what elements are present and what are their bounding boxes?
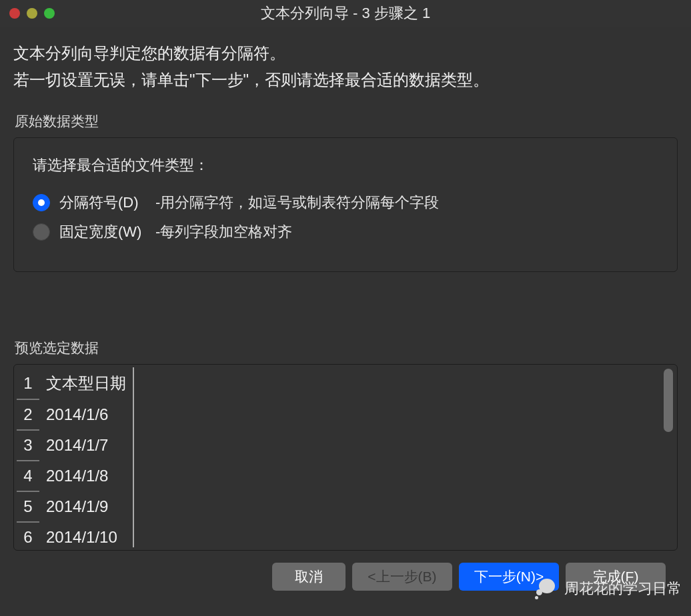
window-controls [9,8,55,19]
preview-table-wrap: 1 文本型日期 2 2014/1/6 3 2014/1/7 4 2014/1/8 [17,367,662,547]
zoom-window-button[interactable] [44,8,55,19]
radio-delimited[interactable] [33,194,50,211]
preview-table: 1 文本型日期 2 2014/1/6 3 2014/1/7 4 2014/1/8 [17,367,134,547]
preview-label: 预览选定数据 [13,339,678,357]
intro-line-2: 若一切设置无误，请单击"下一步"，否则请选择最合适的数据类型。 [13,67,678,93]
row-number: 5 [17,491,39,522]
back-button: <上一步(B) [352,563,452,591]
window-title: 文本分列向导 - 3 步骤之 1 [0,3,691,23]
close-window-button[interactable] [9,8,20,19]
row-number: 1 [17,367,39,399]
intro-line-1: 文本分列向导判定您的数据有分隔符。 [13,40,678,67]
cell-value: 2014/1/6 [39,399,133,430]
row-number: 6 [17,522,39,547]
cell-value: 文本型日期 [39,367,133,399]
radio-delimited-desc: -用分隔字符，如逗号或制表符分隔每个字段 [155,193,439,213]
intro-text: 文本分列向导判定您的数据有分隔符。 若一切设置无误，请单击"下一步"，否则请选择… [13,40,678,93]
wizard-content: 文本分列向导判定您的数据有分隔符。 若一切设置无误，请单击"下一步"，否则请选择… [0,27,691,591]
cell-value: 2014/1/10 [39,522,133,547]
scroll-thumb[interactable] [664,369,673,432]
radio-fixed-width-desc: -每列字段加空格对齐 [155,222,292,242]
cell-value: 2014/1/9 [39,491,133,522]
radio-delimited-label: 分隔符号(D) [59,193,146,213]
cell-value: 2014/1/7 [39,430,133,461]
next-button[interactable]: 下一步(N)> [459,563,559,591]
radio-fixed-width-label: 固定宽度(W) [59,222,146,242]
table-row: 5 2014/1/9 [17,491,133,522]
row-number: 2 [17,399,39,430]
radio-delimited-row[interactable]: 分隔符号(D) -用分隔字符，如逗号或制表符分隔每个字段 [33,193,658,213]
cell-value: 2014/1/8 [39,461,133,491]
preview-section: 预览选定数据 1 文本型日期 2 2014/1/6 3 2014/1/7 [13,339,678,551]
table-row: 3 2014/1/7 [17,430,133,461]
row-number: 3 [17,430,39,461]
original-data-type-group: 请选择最合适的文件类型： 分隔符号(D) -用分隔字符，如逗号或制表符分隔每个字… [13,137,678,272]
preview-box: 1 文本型日期 2 2014/1/6 3 2014/1/7 4 2014/1/8 [13,364,678,551]
table-row: 6 2014/1/10 [17,522,133,547]
cancel-button[interactable]: 取消 [272,563,346,591]
file-type-prompt: 请选择最合适的文件类型： [33,155,658,175]
table-row: 4 2014/1/8 [17,461,133,491]
radio-fixed-width-row[interactable]: 固定宽度(W) -每列字段加空格对齐 [33,222,658,242]
titlebar: 文本分列向导 - 3 步骤之 1 [0,0,691,27]
radio-fixed-width[interactable] [33,223,50,241]
row-number: 4 [17,461,39,491]
preview-scrollbar[interactable] [662,367,674,547]
button-bar: 取消 <上一步(B) 下一步(N)> 完成(F) [13,551,678,591]
minimize-window-button[interactable] [27,8,37,19]
original-data-type-label: 原始数据类型 [13,112,678,131]
table-row: 1 文本型日期 [17,367,133,399]
finish-button[interactable]: 完成(F) [566,563,666,591]
table-row: 2 2014/1/6 [17,399,133,430]
